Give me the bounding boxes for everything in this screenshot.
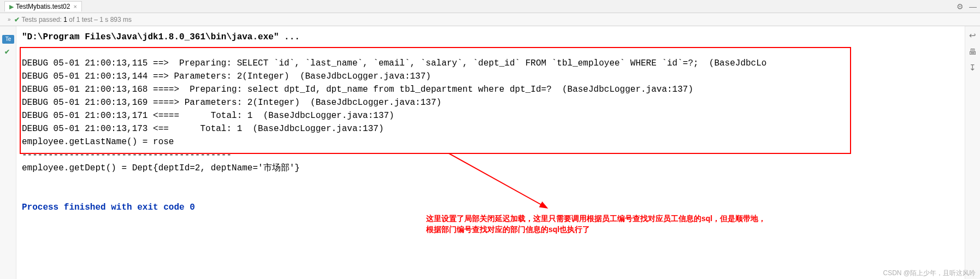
- arrow-right-icon: ▶: [9, 3, 14, 10]
- tab-title: TestMybatis.test02: [16, 3, 70, 10]
- tab-bar: ▶ TestMybatis.test02 × ⚙ —: [0, 0, 980, 13]
- dbl-arrow-icon: »: [8, 16, 11, 22]
- test-status-bar: » ✔ Tests passed: 1 of 1 test – 1 s 893 …: [0, 13, 980, 26]
- close-icon[interactable]: ×: [73, 3, 76, 10]
- check-icon: ✔: [14, 16, 20, 23]
- gear-icon[interactable]: ⚙: [957, 2, 964, 11]
- run-tab[interactable]: ▶ TestMybatis.test02 ×: [4, 1, 82, 11]
- status-text: Tests passed: 1 of 1 test – 1 s 893 ms: [22, 16, 132, 23]
- minimize-icon[interactable]: —: [969, 2, 977, 11]
